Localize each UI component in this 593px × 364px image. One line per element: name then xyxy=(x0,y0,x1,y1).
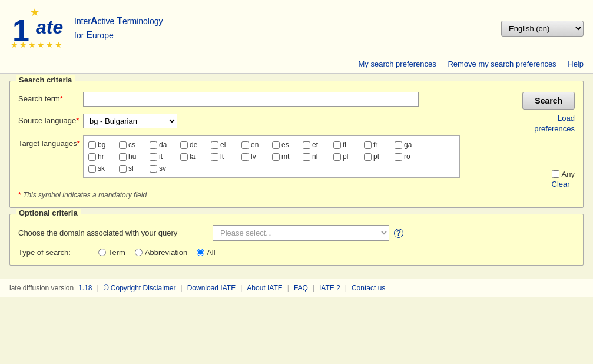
lang-label-pl[interactable]: pl xyxy=(343,153,348,161)
lang-checkbox-la[interactable] xyxy=(180,153,188,161)
footer-sep-3: | xyxy=(240,284,242,292)
radio-abbreviation: Abbreviation xyxy=(135,248,187,257)
lang-label-bg[interactable]: bg xyxy=(98,141,105,149)
lang-checkbox-ga[interactable] xyxy=(395,141,402,149)
lang-item-sv: sv xyxy=(150,164,180,173)
lang-item-de: de xyxy=(180,141,211,149)
domain-select-area: Please select... ? xyxy=(213,225,403,241)
lang-item-el: el xyxy=(211,141,241,149)
lang-checkbox-sv[interactable] xyxy=(150,165,157,173)
lang-label-mt[interactable]: mt xyxy=(281,153,289,161)
help-link[interactable]: Help xyxy=(568,59,584,68)
domain-select[interactable]: Please select... xyxy=(213,225,389,241)
lang-label-it[interactable]: it xyxy=(159,153,163,161)
radio-all-input[interactable] xyxy=(197,249,204,256)
domain-label: Choose the domain associated with your q… xyxy=(18,229,213,237)
lang-item-fi: fi xyxy=(333,141,364,149)
search-form-left: Search term* Source language* xyxy=(18,92,515,185)
domain-help-icon[interactable]: ? xyxy=(394,229,403,238)
lang-checkbox-hr[interactable] xyxy=(88,153,96,161)
lang-label-ro[interactable]: ro xyxy=(404,153,410,161)
load-preferences-link[interactable]: Loadpreferences xyxy=(534,113,575,134)
target-language-grid: bg cs da xyxy=(83,135,460,178)
lang-checkbox-lv[interactable] xyxy=(241,153,249,161)
lang-item-bg: bg xyxy=(88,141,119,149)
lang-label-da[interactable]: da xyxy=(159,141,167,149)
language-selector[interactable]: English (en) Français (fr) Deutsch (de) … xyxy=(501,21,584,37)
search-button[interactable]: Search xyxy=(522,92,575,110)
lang-label-es[interactable]: es xyxy=(281,141,289,149)
logo-stars-bottom: ★★★★★★ xyxy=(11,40,62,49)
lang-checkbox-pl[interactable] xyxy=(333,153,341,161)
lang-checkbox-sk[interactable] xyxy=(88,165,96,173)
lang-label-sv[interactable]: sv xyxy=(159,164,166,173)
lang-label-fr[interactable]: fr xyxy=(373,141,377,149)
lang-checkbox-et[interactable] xyxy=(303,141,310,149)
lang-item-ga: ga xyxy=(395,141,425,149)
lang-checkbox-hu[interactable] xyxy=(119,153,127,161)
lang-checkbox-fi[interactable] xyxy=(333,141,341,149)
lang-label-fi[interactable]: fi xyxy=(343,141,346,149)
lang-checkbox-fr[interactable] xyxy=(364,141,372,149)
footer-iate2-link[interactable]: IATE 2 xyxy=(319,284,340,292)
lang-checkbox-de[interactable] xyxy=(180,141,188,149)
lang-checkbox-da[interactable] xyxy=(150,141,157,149)
footer-version-text: iate diffusion version xyxy=(9,284,74,292)
lang-label-et[interactable]: et xyxy=(312,141,318,149)
required-star-2: * xyxy=(76,116,79,125)
lang-label-hu[interactable]: hu xyxy=(128,153,136,161)
remove-search-prefs-link[interactable]: Remove my search preferences xyxy=(448,59,556,68)
target-languages-control: bg cs da xyxy=(83,135,515,178)
radio-term-label[interactable]: Term xyxy=(108,248,125,257)
lang-checkbox-nl[interactable] xyxy=(303,153,310,161)
radio-all-label[interactable]: All xyxy=(207,248,215,257)
lang-label-la[interactable]: la xyxy=(190,153,195,161)
lang-item-pt: pt xyxy=(364,153,395,161)
lang-label-lv[interactable]: lv xyxy=(251,153,256,161)
lang-checkbox-pt[interactable] xyxy=(364,153,372,161)
lang-checkbox-ro[interactable] xyxy=(395,153,402,161)
lang-label-cs[interactable]: cs xyxy=(128,141,135,149)
radio-term-input[interactable] xyxy=(98,249,106,256)
lang-label-de[interactable]: de xyxy=(190,141,197,149)
radio-abbreviation-label[interactable]: Abbreviation xyxy=(145,248,187,257)
lang-checkbox-cs[interactable] xyxy=(119,141,127,149)
any-clear-area: Any Clear xyxy=(552,167,575,188)
lang-label-hr[interactable]: hr xyxy=(98,153,104,161)
lang-checkbox-en[interactable] xyxy=(241,141,249,149)
lang-label-sk[interactable]: sk xyxy=(98,164,105,173)
footer-version-link[interactable]: 1.18 xyxy=(78,284,92,292)
lang-label-el[interactable]: el xyxy=(220,141,226,149)
footer-about-link[interactable]: About IATE xyxy=(247,284,282,292)
radio-abbreviation-input[interactable] xyxy=(135,249,143,256)
footer-copyright-link[interactable]: © Copyright Disclaimer xyxy=(104,284,176,292)
lang-checkbox-it[interactable] xyxy=(150,153,157,161)
clear-link[interactable]: Clear xyxy=(552,180,570,188)
any-checkbox[interactable] xyxy=(552,170,559,178)
footer-download-link[interactable]: Download IATE xyxy=(187,284,236,292)
lang-label-pt[interactable]: pt xyxy=(373,153,379,161)
lang-checkbox-mt[interactable] xyxy=(272,153,280,161)
source-language-select[interactable]: bg - Bulgarian cs - Czech da - Danish de… xyxy=(83,114,177,128)
lang-label-en[interactable]: en xyxy=(251,141,259,149)
lang-checkbox-es[interactable] xyxy=(272,141,280,149)
lang-item-lv: lv xyxy=(241,153,272,161)
lang-item-mt: mt xyxy=(272,153,303,161)
lang-label-ga[interactable]: ga xyxy=(404,141,412,149)
any-label[interactable]: Any xyxy=(562,170,575,178)
footer-faq-link[interactable]: FAQ xyxy=(294,284,308,292)
lang-checkbox-sl[interactable] xyxy=(119,165,127,173)
lang-label-lt[interactable]: lt xyxy=(220,153,224,161)
required-star-3: * xyxy=(77,139,80,148)
search-term-input[interactable] xyxy=(83,92,419,107)
source-language-form-row: Source language* bg - Bulgarian cs - Cze… xyxy=(18,114,515,128)
lang-checkbox-lt[interactable] xyxy=(211,153,218,161)
my-search-prefs-link[interactable]: My search preferences xyxy=(359,59,436,68)
footer-contact-link[interactable]: Contact us xyxy=(352,284,385,292)
lang-checkbox-el[interactable] xyxy=(211,141,218,149)
lang-item-pl: pl xyxy=(333,153,364,161)
lang-label-sl[interactable]: sl xyxy=(128,164,134,173)
lang-checkbox-bg[interactable] xyxy=(88,141,96,149)
lang-label-nl[interactable]: nl xyxy=(312,153,317,161)
logo: ★ 1 ate ★★★★★★ xyxy=(9,5,68,52)
